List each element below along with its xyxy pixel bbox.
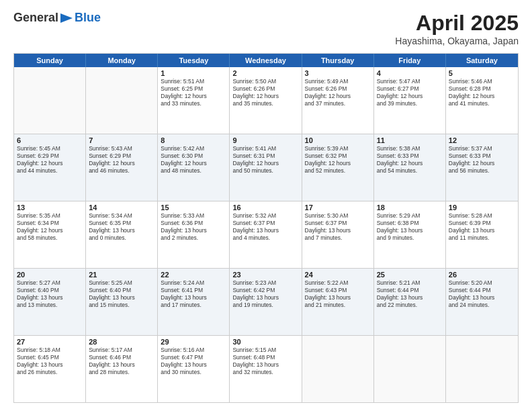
day-cell-7: 7Sunrise: 5:43 AM Sunset: 6:29 PM Daylig… bbox=[86, 134, 158, 201]
day-cell-16: 16Sunrise: 5:32 AM Sunset: 6:37 PM Dayli… bbox=[230, 201, 302, 268]
empty-cell bbox=[86, 67, 158, 134]
day-cell-21: 21Sunrise: 5:25 AM Sunset: 6:40 PM Dayli… bbox=[86, 269, 158, 335]
day-info: Sunrise: 5:45 AM Sunset: 6:29 PM Dayligh… bbox=[17, 145, 83, 175]
empty-cell bbox=[302, 336, 374, 402]
day-number: 20 bbox=[17, 271, 83, 279]
header: General Blue April 2025 Hayashima, Okaya… bbox=[13, 11, 519, 46]
day-number: 26 bbox=[449, 271, 515, 279]
day-number: 14 bbox=[89, 203, 154, 212]
day-number: 10 bbox=[305, 136, 371, 144]
day-number: 3 bbox=[305, 69, 371, 77]
day-number: 5 bbox=[449, 69, 515, 77]
day-cell-6: 6Sunrise: 5:45 AM Sunset: 6:29 PM Daylig… bbox=[14, 134, 86, 201]
day-cell-18: 18Sunrise: 5:29 AM Sunset: 6:38 PM Dayli… bbox=[374, 201, 446, 268]
day-number: 25 bbox=[377, 271, 443, 279]
day-info: Sunrise: 5:46 AM Sunset: 6:28 PM Dayligh… bbox=[449, 78, 515, 107]
day-info: Sunrise: 5:22 AM Sunset: 6:43 PM Dayligh… bbox=[305, 279, 371, 309]
day-cell-1: 1Sunrise: 5:51 AM Sunset: 6:25 PM Daylig… bbox=[158, 67, 230, 134]
day-cell-4: 4Sunrise: 5:47 AM Sunset: 6:27 PM Daylig… bbox=[374, 67, 446, 134]
day-cell-25: 25Sunrise: 5:21 AM Sunset: 6:44 PM Dayli… bbox=[374, 269, 446, 335]
day-number: 27 bbox=[17, 338, 83, 346]
day-info: Sunrise: 5:23 AM Sunset: 6:42 PM Dayligh… bbox=[232, 279, 298, 309]
day-number: 24 bbox=[305, 271, 371, 279]
logo-flag-icon bbox=[60, 13, 73, 23]
day-info: Sunrise: 5:17 AM Sunset: 6:46 PM Dayligh… bbox=[89, 347, 154, 376]
day-number: 2 bbox=[232, 69, 298, 77]
day-number: 29 bbox=[161, 338, 226, 346]
header-day-wednesday: Wednesday bbox=[230, 54, 302, 67]
empty-cell bbox=[374, 336, 446, 402]
logo-general-text: General bbox=[13, 11, 58, 25]
day-cell-30: 30Sunrise: 5:15 AM Sunset: 6:48 PM Dayli… bbox=[230, 336, 302, 402]
day-info: Sunrise: 5:28 AM Sunset: 6:39 PM Dayligh… bbox=[449, 212, 515, 242]
calendar-body: 1Sunrise: 5:51 AM Sunset: 6:25 PM Daylig… bbox=[14, 67, 518, 402]
day-number: 9 bbox=[232, 136, 298, 144]
day-info: Sunrise: 5:29 AM Sunset: 6:38 PM Dayligh… bbox=[377, 212, 443, 242]
header-day-saturday: Saturday bbox=[446, 54, 518, 67]
day-number: 8 bbox=[161, 136, 226, 144]
day-number: 22 bbox=[161, 271, 226, 279]
day-cell-20: 20Sunrise: 5:27 AM Sunset: 6:40 PM Dayli… bbox=[14, 269, 86, 335]
day-number: 19 bbox=[449, 203, 515, 212]
day-info: Sunrise: 5:21 AM Sunset: 6:44 PM Dayligh… bbox=[377, 279, 443, 309]
header-day-monday: Monday bbox=[86, 54, 158, 67]
day-cell-5: 5Sunrise: 5:46 AM Sunset: 6:28 PM Daylig… bbox=[446, 67, 518, 134]
day-info: Sunrise: 5:16 AM Sunset: 6:47 PM Dayligh… bbox=[161, 347, 226, 376]
day-info: Sunrise: 5:39 AM Sunset: 6:32 PM Dayligh… bbox=[305, 145, 371, 175]
day-number: 4 bbox=[377, 69, 443, 77]
calendar: SundayMondayTuesdayWednesdayThursdayFrid… bbox=[13, 53, 519, 403]
calendar-row-2: 13Sunrise: 5:35 AM Sunset: 6:34 PM Dayli… bbox=[14, 201, 518, 268]
month-title: April 2025 bbox=[395, 11, 519, 36]
calendar-row-0: 1Sunrise: 5:51 AM Sunset: 6:25 PM Daylig… bbox=[14, 67, 518, 134]
empty-cell bbox=[446, 336, 518, 402]
day-info: Sunrise: 5:18 AM Sunset: 6:45 PM Dayligh… bbox=[17, 347, 83, 376]
day-cell-19: 19Sunrise: 5:28 AM Sunset: 6:39 PM Dayli… bbox=[446, 201, 518, 268]
day-number: 23 bbox=[232, 271, 298, 279]
title-block: April 2025 Hayashima, Okayama, Japan bbox=[395, 11, 519, 46]
day-number: 15 bbox=[161, 203, 226, 212]
day-info: Sunrise: 5:32 AM Sunset: 6:37 PM Dayligh… bbox=[232, 212, 298, 242]
day-cell-14: 14Sunrise: 5:34 AM Sunset: 6:35 PM Dayli… bbox=[86, 201, 158, 268]
day-info: Sunrise: 5:38 AM Sunset: 6:33 PM Dayligh… bbox=[377, 145, 443, 175]
logo: General Blue bbox=[13, 11, 101, 25]
day-info: Sunrise: 5:43 AM Sunset: 6:29 PM Dayligh… bbox=[89, 145, 154, 175]
empty-cell bbox=[14, 67, 86, 134]
day-number: 13 bbox=[17, 203, 83, 212]
day-info: Sunrise: 5:35 AM Sunset: 6:34 PM Dayligh… bbox=[17, 212, 83, 242]
header-day-friday: Friday bbox=[374, 54, 446, 67]
day-info: Sunrise: 5:41 AM Sunset: 6:31 PM Dayligh… bbox=[232, 145, 298, 175]
calendar-header: SundayMondayTuesdayWednesdayThursdayFrid… bbox=[14, 54, 518, 67]
day-info: Sunrise: 5:15 AM Sunset: 6:48 PM Dayligh… bbox=[232, 347, 298, 376]
day-cell-24: 24Sunrise: 5:22 AM Sunset: 6:43 PM Dayli… bbox=[302, 269, 374, 335]
day-number: 28 bbox=[89, 338, 154, 346]
day-cell-9: 9Sunrise: 5:41 AM Sunset: 6:31 PM Daylig… bbox=[230, 134, 302, 201]
day-cell-11: 11Sunrise: 5:38 AM Sunset: 6:33 PM Dayli… bbox=[374, 134, 446, 201]
day-info: Sunrise: 5:37 AM Sunset: 6:33 PM Dayligh… bbox=[449, 145, 515, 175]
day-info: Sunrise: 5:50 AM Sunset: 6:26 PM Dayligh… bbox=[232, 78, 298, 107]
day-number: 18 bbox=[377, 203, 443, 212]
day-cell-8: 8Sunrise: 5:42 AM Sunset: 6:30 PM Daylig… bbox=[158, 134, 230, 201]
day-cell-22: 22Sunrise: 5:24 AM Sunset: 6:41 PM Dayli… bbox=[158, 269, 230, 335]
day-number: 1 bbox=[161, 69, 226, 77]
day-number: 12 bbox=[449, 136, 515, 144]
day-info: Sunrise: 5:24 AM Sunset: 6:41 PM Dayligh… bbox=[161, 279, 226, 309]
day-cell-12: 12Sunrise: 5:37 AM Sunset: 6:33 PM Dayli… bbox=[446, 134, 518, 201]
day-cell-29: 29Sunrise: 5:16 AM Sunset: 6:47 PM Dayli… bbox=[158, 336, 230, 402]
day-cell-15: 15Sunrise: 5:33 AM Sunset: 6:36 PM Dayli… bbox=[158, 201, 230, 268]
day-number: 11 bbox=[377, 136, 443, 144]
calendar-row-4: 27Sunrise: 5:18 AM Sunset: 6:45 PM Dayli… bbox=[14, 335, 518, 402]
day-cell-10: 10Sunrise: 5:39 AM Sunset: 6:32 PM Dayli… bbox=[302, 134, 374, 201]
day-info: Sunrise: 5:20 AM Sunset: 6:44 PM Dayligh… bbox=[449, 279, 515, 309]
header-day-tuesday: Tuesday bbox=[158, 54, 230, 67]
calendar-row-3: 20Sunrise: 5:27 AM Sunset: 6:40 PM Dayli… bbox=[14, 268, 518, 335]
day-info: Sunrise: 5:33 AM Sunset: 6:36 PM Dayligh… bbox=[161, 212, 226, 242]
day-cell-3: 3Sunrise: 5:49 AM Sunset: 6:26 PM Daylig… bbox=[302, 67, 374, 134]
day-cell-17: 17Sunrise: 5:30 AM Sunset: 6:37 PM Dayli… bbox=[302, 201, 374, 268]
day-cell-2: 2Sunrise: 5:50 AM Sunset: 6:26 PM Daylig… bbox=[230, 67, 302, 134]
day-cell-13: 13Sunrise: 5:35 AM Sunset: 6:34 PM Dayli… bbox=[14, 201, 86, 268]
day-number: 30 bbox=[232, 338, 298, 346]
day-info: Sunrise: 5:25 AM Sunset: 6:40 PM Dayligh… bbox=[89, 279, 154, 309]
day-info: Sunrise: 5:27 AM Sunset: 6:40 PM Dayligh… bbox=[17, 279, 83, 309]
header-day-sunday: Sunday bbox=[14, 54, 86, 67]
location-title: Hayashima, Okayama, Japan bbox=[395, 36, 519, 46]
